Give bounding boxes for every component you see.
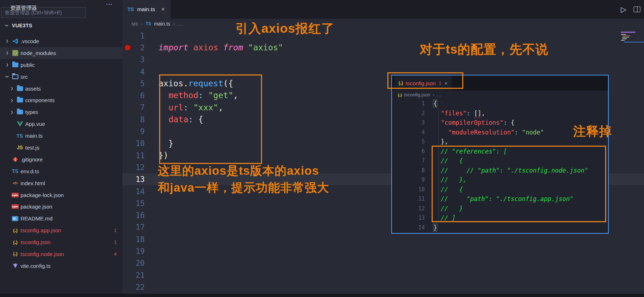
code-line[interactable]: // ] (433, 213, 607, 223)
line-number[interactable]: 13 (122, 174, 145, 186)
line-number[interactable]: 2 (392, 109, 425, 118)
code-line[interactable]: // "references": [ (433, 147, 607, 156)
code-line[interactable]: } (433, 223, 607, 233)
code-line[interactable]: // "path": "./tsconfig.app.json" (433, 194, 607, 204)
tree-item-package.json[interactable]: npmpackage.json (0, 201, 122, 213)
code-line[interactable]: // { (433, 185, 607, 195)
project-root-row[interactable]: ❯ VUE3TS (0, 20, 122, 31)
tree-item-test.js[interactable]: JStest.js (0, 142, 122, 154)
line-number[interactable]: 6 (122, 90, 145, 101)
line-number[interactable]: 7 (392, 156, 425, 166)
tree-item-package-lock.json[interactable]: npmpackage-lock.json (0, 189, 122, 201)
line-number[interactable]: 4 (392, 128, 425, 137)
close-icon[interactable]: × (444, 80, 447, 86)
line-number[interactable]: 5 (392, 137, 425, 147)
code-line[interactable]: // }, (433, 175, 607, 185)
line-number[interactable]: 20 (122, 257, 145, 269)
line-number[interactable]: 17 (122, 221, 145, 233)
close-icon[interactable]: × (161, 6, 165, 13)
tree-item-tsconfig.json[interactable]: {..}tsconfig.json1 (0, 236, 122, 248)
tree-item-tsconfig.node.json[interactable]: {..}tsconfig.node.json4 (0, 248, 122, 260)
line-number[interactable]: 16 (122, 209, 145, 221)
line-number[interactable]: 3 (392, 118, 425, 128)
code-line[interactable] (158, 30, 615, 42)
line-number[interactable]: 11 (392, 194, 425, 204)
code-line[interactable] (158, 245, 615, 257)
line-number[interactable]: 9 (122, 125, 145, 137)
chevron-right-icon[interactable]: ❯ (8, 86, 15, 91)
line-number[interactable]: 19 (122, 245, 145, 257)
chevron-right-icon[interactable]: ❯ (8, 110, 15, 115)
tree-item-.gitignore[interactable]: .gitignore (0, 154, 122, 165)
line-number[interactable]: 4 (122, 66, 145, 78)
file-name: App.vue (25, 121, 45, 127)
tree-item-README.md[interactable]: M↓README.md (0, 213, 122, 224)
tree-item-vite.config.ts[interactable]: vite.config.ts (0, 260, 122, 272)
code-line[interactable] (158, 257, 615, 269)
line-number[interactable]: 14 (392, 223, 425, 233)
tree-item-node_modules[interactable]: ❯⬡node_modules (0, 47, 122, 59)
minimap[interactable] (621, 32, 642, 42)
line-number[interactable]: 8 (392, 166, 425, 175)
line-number[interactable]: 5 (122, 78, 145, 90)
line-number[interactable]: 1 (122, 30, 145, 42)
line-number[interactable]: 3 (122, 54, 145, 66)
code-line[interactable]: { (433, 99, 607, 109)
line-number[interactable]: 10 (392, 185, 425, 195)
code-line[interactable] (158, 269, 615, 281)
line-number[interactable]: 22 (122, 281, 145, 293)
tab-tsconfig-json[interactable]: {..} tsconfig.json 1 × (394, 76, 452, 91)
breadcrumb-folder[interactable]: src (131, 21, 138, 27)
tree-item-assets[interactable]: ❯assets (0, 83, 122, 95)
more-actions-icon[interactable]: ⋯ (106, 0, 113, 8)
code-line[interactable] (158, 233, 615, 245)
line-number[interactable]: 12 (122, 161, 145, 173)
tab-main-ts[interactable]: TS main.ts × (122, 0, 171, 19)
tree-item-App.vue[interactable]: App.vue (0, 118, 122, 130)
tree-item-types[interactable]: ❯types (0, 106, 122, 118)
js-icon: JS (15, 144, 24, 151)
tree-item-public[interactable]: ❯public (0, 59, 122, 71)
line-number[interactable]: 9 (392, 175, 425, 185)
chevron-right-icon[interactable]: ❯ (4, 50, 11, 55)
tree-item-components[interactable]: ❯components (0, 94, 122, 106)
line-number[interactable]: 15 (122, 197, 145, 209)
chevron-right-icon[interactable]: ❯ (8, 98, 15, 103)
tree-item-.vscode[interactable]: ❯.vscode (0, 35, 122, 47)
code-line[interactable]: "files": [], (433, 109, 607, 118)
line-number[interactable]: 11 (122, 150, 145, 161)
line-number[interactable]: 7 (122, 102, 145, 114)
breadcrumb-symbol[interactable]: … (437, 92, 441, 97)
line-number[interactable]: 8 (122, 114, 145, 125)
breadcrumb-file[interactable]: tsconfig.json (404, 92, 430, 97)
split-editor-icon[interactable] (634, 6, 640, 12)
tree-item-src[interactable]: ❯src (0, 71, 122, 83)
tree-item-env.d.ts[interactable]: TSenv.d.ts (0, 165, 122, 177)
line-number[interactable]: 2 (122, 42, 145, 54)
line-number[interactable]: 14 (122, 186, 145, 197)
tree-item-index.html[interactable]: </>index.html (0, 177, 122, 189)
tree-item-main.ts[interactable]: TSmain.ts (0, 130, 122, 142)
annotation-import-red: 引入axios报红了 (235, 20, 334, 37)
chevron-right-icon[interactable]: ❯ (4, 38, 11, 44)
breadcrumb-symbol[interactable]: … (177, 21, 183, 27)
chevron-down-icon[interactable]: ❯ (5, 73, 10, 80)
line-number[interactable]: 21 (122, 269, 145, 281)
line-number[interactable]: 18 (122, 233, 145, 245)
line-number[interactable]: 10 (122, 138, 145, 150)
breakpoint-icon[interactable] (125, 45, 130, 50)
code-line[interactable]: // // "path": "./tsconfig.node.json" (433, 166, 607, 175)
line-number[interactable]: 1 (392, 99, 425, 109)
breadcrumb-file[interactable]: main.ts (154, 21, 170, 27)
annotation-comment-out: 注释掉 (573, 123, 612, 140)
code-line[interactable] (158, 281, 615, 293)
line-number[interactable]: 6 (392, 147, 425, 156)
line-number[interactable]: 12 (392, 204, 425, 214)
tree-item-tsconfig.app.json[interactable]: {..}tsconfig.app.json1 (0, 224, 122, 236)
code-line[interactable]: // } (433, 204, 607, 214)
code-line[interactable]: // { (433, 156, 607, 166)
run-file-icon[interactable]: ▷ (621, 5, 626, 14)
minimap-underline (624, 42, 644, 42)
chevron-right-icon[interactable]: ❯ (4, 62, 11, 67)
line-number[interactable]: 13 (392, 213, 425, 223)
